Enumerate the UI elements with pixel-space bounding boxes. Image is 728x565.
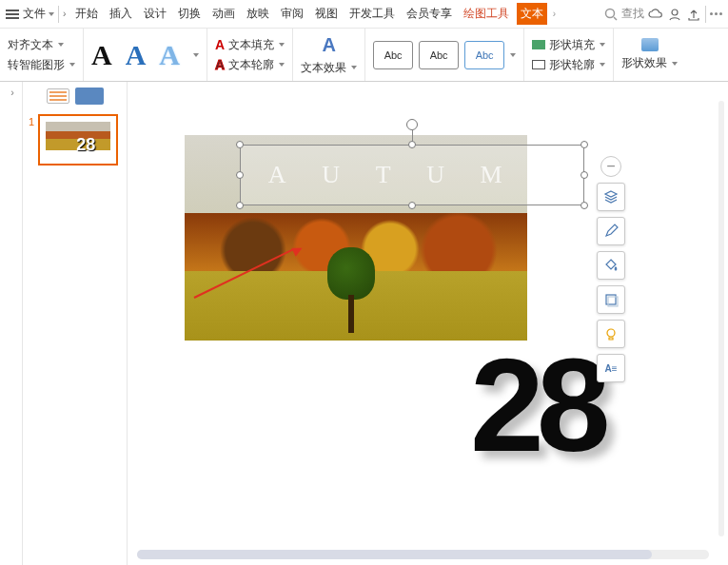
floating-toolbar: − A≡ [596, 156, 626, 382]
lightbulb-icon [603, 326, 619, 341]
ribbon-group-wordart: A A A [84, 29, 207, 81]
outline-icon [603, 292, 619, 307]
ribbon: 对齐文本 转智能图形 A A A A文本填充 A文本轮廓 A 文本效果 Abc … [0, 29, 728, 82]
canvas[interactable]: 28 28 A U T U M N [128, 82, 728, 565]
resize-handle-br[interactable] [580, 202, 588, 209]
chevron-down-icon [672, 62, 678, 66]
tab-view[interactable]: 视图 [311, 3, 342, 25]
rotate-handle[interactable] [406, 119, 418, 130]
chevron-down-icon [69, 63, 75, 67]
resize-handle-mr[interactable] [580, 171, 588, 179]
text-outline-icon: A [215, 57, 225, 72]
layers-button[interactable] [597, 183, 625, 211]
resize-handle-tr[interactable] [580, 141, 588, 148]
shape-fill-button[interactable]: 形状填充 [532, 37, 605, 53]
cloud-icon[interactable] [648, 7, 663, 22]
expand-icon[interactable]: ›› [63, 9, 64, 19]
resize-handle-bl[interactable] [236, 202, 244, 209]
svg-point-0 [606, 9, 615, 17]
search-box[interactable]: 查找 [604, 6, 644, 22]
left-gutter: ›› [0, 82, 23, 565]
textstyle-button[interactable]: A≡ [597, 354, 625, 382]
text-fill-button[interactable]: A文本填充 [215, 37, 285, 53]
tab-animation[interactable]: 动画 [208, 3, 239, 25]
more-icon[interactable] [710, 12, 722, 15]
text-outline-button[interactable]: A文本轮廓 [215, 57, 285, 73]
outline-button[interactable] [597, 285, 625, 314]
slide-view-icon[interactable] [75, 88, 104, 105]
resize-handle-tm[interactable] [408, 141, 416, 148]
tab-transition[interactable]: 切换 [174, 3, 205, 25]
chevron-down-icon[interactable] [510, 53, 516, 57]
thumbnail-slide-1[interactable]: 28 [38, 114, 118, 166]
outline-view-icon[interactable] [47, 88, 69, 104]
user-icon[interactable] [667, 7, 682, 22]
photo-tree [327, 247, 375, 333]
wordart-style-2[interactable]: A [126, 39, 147, 71]
share-icon[interactable] [686, 7, 701, 22]
ribbon-group-textfill: A文本填充 A文本轮廓 [207, 29, 293, 81]
align-text-button[interactable]: 对齐文本 [8, 37, 75, 53]
chevron-down-icon[interactable] [193, 53, 199, 57]
chevron-down-icon [49, 12, 54, 16]
ribbon-group-shapefill: 形状填充 形状轮廓 [524, 29, 614, 81]
text-fill-icon: A [215, 37, 225, 52]
chevron-down-icon [279, 43, 285, 47]
tab-review[interactable]: 审阅 [277, 3, 307, 25]
collapse-button[interactable]: − [600, 156, 621, 177]
tab-design[interactable]: 设计 [140, 3, 170, 25]
tab-devtools[interactable]: 开发工具 [345, 3, 399, 25]
scrollbar-thumb[interactable] [137, 550, 652, 559]
idea-button[interactable] [597, 320, 625, 348]
chevron-down-icon [600, 43, 605, 47]
thumbnail-text: 28 [76, 135, 95, 155]
separator [58, 6, 59, 23]
tab-slideshow[interactable]: 放映 [243, 3, 273, 25]
chevron-down-icon [58, 43, 64, 47]
slide: 28 28 A U T U M N [185, 120, 698, 462]
file-label: 文件 [23, 6, 46, 22]
ribbon-group-shapestyles: Abc Abc Abc [365, 29, 524, 81]
search-icon [604, 8, 618, 21]
text-effects-button[interactable]: 文本效果 [301, 60, 357, 76]
shape-outline-button[interactable]: 形状轮廓 [532, 57, 605, 73]
resize-handle-tl[interactable] [236, 141, 244, 148]
pen-button[interactable] [597, 217, 625, 245]
pen-icon [603, 224, 619, 239]
shape-effects-button[interactable]: 形状效果 [621, 55, 678, 71]
tab-start[interactable]: 开始 [71, 3, 102, 25]
shape-effects-icon [641, 38, 659, 51]
smartart-button[interactable]: 转智能图形 [8, 57, 75, 73]
tab-insert[interactable]: 插入 [106, 3, 136, 25]
selected-textbox[interactable]: A U T U M N [240, 145, 584, 205]
annotation-arrow [194, 244, 308, 301]
wordart-style-1[interactable]: A [91, 39, 112, 71]
shape-style-2[interactable]: Abc [419, 41, 459, 69]
tab-draw-tools[interactable]: 绘图工具 [460, 3, 513, 25]
file-menu[interactable]: 文件 [23, 6, 54, 22]
svg-line-1 [614, 17, 617, 20]
tab-vip[interactable]: 会员专享 [403, 3, 456, 25]
wordart-style-3[interactable]: A [159, 39, 180, 71]
ribbon-group-texteffects: A 文本效果 [293, 29, 365, 81]
menu-bar: 文件 ›› 开始 插入 设计 切换 动画 放映 审阅 视图 开发工具 会员专享 … [0, 0, 728, 29]
thumbnail-panel: 1 28 [23, 82, 128, 565]
editor-body: ›› 1 28 28 28 [0, 82, 728, 565]
horizontal-scrollbar[interactable] [137, 550, 709, 559]
text-effects-icon: A [322, 34, 335, 56]
expand-panel-icon[interactable]: ›› [10, 88, 11, 565]
fill-button[interactable] [597, 251, 625, 280]
tab-text-tool[interactable]: 文本 [517, 3, 547, 25]
resize-handle-bm[interactable] [408, 202, 416, 209]
big-number[interactable]: 28 [470, 339, 603, 472]
shape-style-3[interactable]: Abc [464, 41, 504, 69]
svg-point-2 [672, 10, 678, 15]
svg-point-5 [607, 329, 615, 337]
vertical-scrollbar[interactable] [718, 101, 724, 536]
resize-handle-ml[interactable] [236, 171, 244, 179]
fill-icon [603, 258, 619, 273]
ribbon-tabs: 开始 插入 设计 切换 动画 放映 审阅 视图 开发工具 会员专享 绘图工具 文… [71, 3, 553, 25]
shape-style-1[interactable]: Abc [373, 41, 413, 69]
thumbnail-header [23, 88, 127, 105]
hamburger-icon[interactable] [6, 10, 19, 19]
